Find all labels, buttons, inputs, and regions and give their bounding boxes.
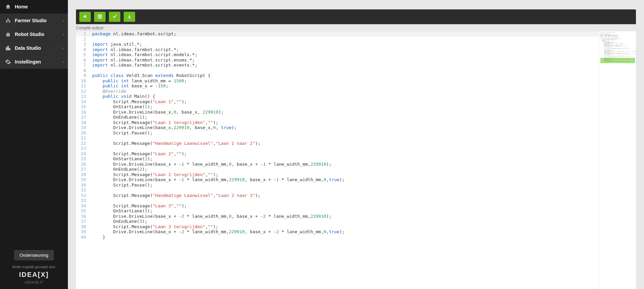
download-icon [127,14,132,20]
sidebar-item-robot-studio[interactable]: Robot Studio› [0,28,68,41]
code-line[interactable]: 30 Script.Pause(); [76,182,599,188]
code-content[interactable]: public class Veld3_Scan extends RobotScr… [90,73,599,78]
code-content[interactable] [90,198,599,203]
code-content[interactable]: Script.Message("Laan 1 terugrijden",""); [90,120,599,125]
code-line[interactable]: 17 OnEndLane(1); [76,115,599,120]
code-content[interactable]: Drive.DriveLine(base_x,229910, base_x,0,… [90,125,599,130]
code-line[interactable]: 20 Script.Pause(); [76,130,599,136]
code-line[interactable]: 8 [76,68,599,73]
sidebar-item-farmer-studio[interactable]: Farmer Studio› [0,14,68,28]
code-content[interactable]: OnEndLane(2); [90,167,599,172]
line-number: 36 [76,214,90,219]
code-content[interactable]: import java.util.*; [90,42,599,47]
code-content[interactable]: @Override [90,89,599,94]
code-line[interactable]: 14 Script.Message("Laan 1",""); [76,99,599,105]
support-button[interactable]: Ondersteuning [14,250,53,260]
code-line[interactable]: 13 public void Main() { [76,94,599,99]
code-line[interactable]: 37 OnEndLane(3); [76,219,599,224]
code-content[interactable]: OnEndLane(1); [90,115,599,120]
code-content[interactable]: Script.Pause(); [90,182,599,188]
code-line[interactable]: 32 Script.Message("Handmatige Laanwissel… [76,193,599,198]
code-content[interactable]: Script.Message("Laan 3 terugrijden",""); [90,224,599,230]
code-line[interactable]: 16 Drive.DriveLine(base_x,0, base_x, 229… [76,110,599,115]
code-content[interactable]: Script.Message("Laan 2",""); [90,151,599,157]
sidebar-item-home[interactable]: Home [0,0,68,14]
code-editor[interactable]: 1package nl.ideax.farmbot.script;23impor… [76,31,636,289]
code-line[interactable]: 21 [76,135,599,141]
code-line[interactable]: 15 OnStartLane(1); [76,104,599,110]
code-line[interactable]: 10 public int lane_width_mm = 1500; [76,78,599,84]
code-line[interactable]: 24 Script.Message("Laan 2",""); [76,151,599,157]
code-line[interactable]: 2 [76,37,599,42]
code-line[interactable]: 1package nl.ideax.farmbot.script; [76,31,599,37]
code-line[interactable]: 5import nl.ideax.farmbot.script.models.*… [76,52,599,57]
code-content[interactable]: OnStartLane(1); [90,104,599,110]
code-line[interactable]: 11 public int base_x = -150; [76,83,599,89]
code-content[interactable]: Script.Message("Laan 2 terugrijden",""); [90,172,599,177]
code-line[interactable]: 3import java.util.*; [76,42,599,47]
code-content[interactable]: Drive.DriveLine(base_x + -1 * lane_width… [90,162,599,167]
code-content[interactable] [90,68,599,73]
code-content[interactable]: Script.Message("Laan 1",""); [90,99,599,105]
line-number: 26 [76,162,90,167]
code-content[interactable] [90,146,599,151]
export-button[interactable] [79,12,91,22]
code-line[interactable]: 31 [76,188,599,193]
code-content[interactable]: Drive.DriveLine(base_x,0, base_x, 229910… [90,110,599,115]
code-content[interactable]: import nl.ideax.farmbot.script.models.*; [90,52,599,57]
line-number: 25 [76,156,90,162]
code-content[interactable]: import nl.ideax.farmbot.script.*; [90,47,599,52]
sidebar-item-instellingen[interactable]: Instellingen› [0,55,68,69]
code-content[interactable]: import nl.ideax.farmbot.script.events.*; [90,63,599,68]
code-content[interactable]: import nl.ideax.farmbot.script.enums.*; [90,57,599,63]
code-line[interactable]: 23 [76,146,599,151]
code-content[interactable]: Drive.DriveLine(base_x + -2 * lane_width… [90,214,599,219]
code-line[interactable]: 34 Script.Message("Laan 3",""); [76,203,599,209]
chevron-right-icon: › [63,60,64,64]
code-line[interactable]: 4import nl.ideax.farmbot.script.*; [76,47,599,52]
code-content[interactable]: OnStartLane(3); [90,208,599,214]
code-line[interactable]: 12 @Override [76,89,599,94]
check-button[interactable] [109,12,120,22]
code-content[interactable]: public int base_x = -150; [90,83,599,89]
code-content[interactable]: OnEndLane(3); [90,219,599,224]
run-button[interactable] [124,12,135,22]
line-number: 1 [76,31,90,37]
code-line[interactable]: 29 Drive.DriveLine(base_x + -1 * lane_wi… [76,177,599,182]
code-content[interactable]: Script.Message("Handmatige Laanwissel","… [90,141,599,146]
svg-rect-9 [99,16,101,18]
code-line[interactable]: 27 OnEndLane(2); [76,167,599,172]
code-line[interactable]: 7import nl.ideax.farmbot.script.events.*… [76,63,599,68]
code-content[interactable]: Drive.DriveLine(base_x + -2 * lane_width… [90,229,599,235]
code-content[interactable] [90,37,599,42]
code-content[interactable] [90,188,599,193]
code-line[interactable]: 26 Drive.DriveLine(base_x + -1 * lane_wi… [76,162,599,167]
code-content[interactable]: public int lane_width_mm = 1500; [90,78,599,84]
code-line[interactable]: 9public class Veld3_Scan extends RobotSc… [76,73,599,78]
sidebar-item-label: Instellingen [15,59,41,65]
code-content[interactable]: Script.Pause(); [90,130,599,136]
code-line[interactable]: 40 } [76,235,599,240]
code-content[interactable]: OnStartLane(2); [90,156,599,162]
code-content[interactable]: } [90,235,599,240]
save-button[interactable] [94,12,106,22]
code-content[interactable]: Drive.DriveLine(base_x + -1 * lane_width… [90,177,599,182]
code-line[interactable]: 36 Drive.DriveLine(base_x + -2 * lane_wi… [76,214,599,219]
sidebar-item-data-studio[interactable]: Data Studio› [0,41,68,55]
code-line[interactable]: 22 Script.Message("Handmatige Laanwissel… [76,141,599,146]
minimap[interactable]: package nl.ideax.farmbot.script; import … [599,31,636,289]
code-line[interactable]: 25 OnStartLane(2); [76,156,599,162]
code-line[interactable]: 38 Script.Message("Laan 3 terugrijden","… [76,224,599,230]
code-line[interactable]: 18 Script.Message("Laan 1 terugrijden","… [76,120,599,125]
code-line[interactable]: 19 Drive.DriveLine(base_x,229910, base_x… [76,125,599,130]
code-content[interactable]: package nl.ideax.farmbot.script; [90,31,599,37]
code-line[interactable]: 35 OnStartLane(3); [76,208,599,214]
code-content[interactable]: Script.Message("Handmatige Laanwissel","… [90,193,599,198]
code-content[interactable]: public void Main() { [90,94,599,99]
code-line[interactable]: 6import nl.ideax.farmbot.script.enums.*; [76,57,599,63]
code-content[interactable] [90,135,599,141]
code-content[interactable]: Script.Message("Laan 3",""); [90,203,599,209]
code-line[interactable]: 39 Drive.DriveLine(base_x + -2 * lane_wi… [76,229,599,235]
code-line[interactable]: 28 Script.Message("Laan 2 terugrijden","… [76,172,599,177]
code-line[interactable]: 33 [76,198,599,203]
